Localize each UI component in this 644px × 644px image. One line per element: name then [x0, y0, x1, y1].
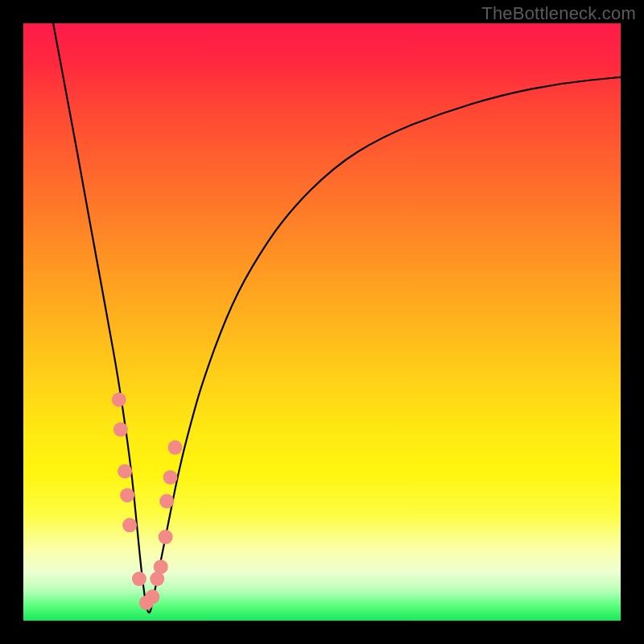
marker-dot — [112, 393, 126, 407]
marker-dot — [145, 589, 159, 604]
marker-dot — [163, 470, 178, 485]
chart-frame: TheBottleneck.com — [0, 0, 644, 644]
marker-dot — [159, 530, 173, 544]
marker-dot — [122, 518, 137, 532]
watermark-text: TheBottleneck.com — [481, 3, 636, 24]
marker-dot — [114, 423, 128, 437]
marker-dot — [120, 488, 134, 502]
marker-dot — [168, 440, 183, 455]
marker-dot — [154, 559, 168, 574]
chart-svg — [23, 23, 621, 621]
marker-group — [112, 393, 183, 610]
bottleneck-curve — [53, 23, 621, 613]
marker-dot — [159, 494, 174, 509]
marker-dot — [118, 464, 132, 479]
chart-plot-area — [23, 23, 621, 621]
marker-dot — [132, 572, 147, 586]
